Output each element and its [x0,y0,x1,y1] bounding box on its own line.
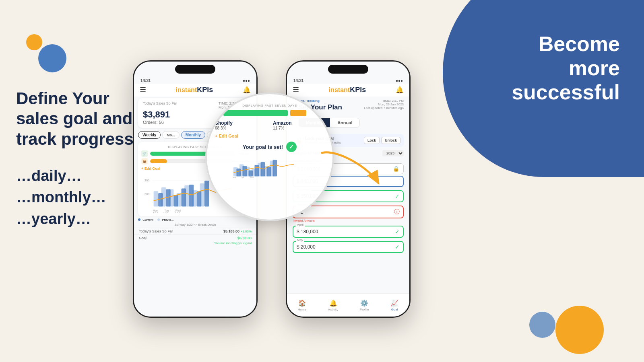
logo-kpis-2: KPIs [350,86,366,94]
profile-icon: ⚙️ [360,299,368,307]
edit-goal-magnified[interactable]: + Edit Goal [215,134,324,138]
svg-rect-37 [267,167,271,177]
lock-buttons: Lock Unlock [364,137,400,144]
legend-previous: Previo... [157,218,174,222]
svg-rect-14 [182,189,186,207]
phone-1-notch [175,65,215,74]
breakdown-label: Sunday 1/22 <> Break Down [134,222,256,228]
lock-btn[interactable]: Lock [364,137,380,144]
april-input[interactable] [297,229,395,234]
status-icons-2: ●●● [396,78,403,83]
svg-text:1/17: 1/17 [163,212,169,213]
nav-goal-label: Goal [391,308,398,311]
app-header-2: ☰ instantKPIs 🔔 [287,84,409,97]
previous-dot [157,218,160,221]
shopify-name-mag: Shopify 68.3% [215,120,233,130]
amazon-bar [150,159,167,163]
march-invalid-text: Invalid Amount [293,218,404,222]
svg-text:1/16: 1/16 [153,212,158,213]
nav-activity[interactable]: 🔔 Activity [328,299,338,311]
bell-icon-1[interactable]: 🔔 [243,86,251,94]
status-bar-1: 14:31 ●●● [134,77,256,84]
amazon-bar-mag-orange [290,110,306,116]
legend-row: Current Previo... [134,218,256,222]
hamburger-icon-2[interactable]: ☰ [293,85,299,94]
yearly-text: …yearly… [16,208,141,230]
shopify-bar [150,152,209,156]
app-logo-1: instantKPIs [176,86,213,94]
february-check: ✓ [395,193,400,200]
nav-home[interactable]: 🏠 Home [298,299,306,311]
may-field: May ✓ [293,241,404,253]
bottom-nav-2: 🏠 Home 🔔 Activity ⚙️ Profile 📈 Goal [287,293,409,317]
amazon-icon: 📦 [141,158,148,165]
logo-instant-1: instant [176,86,197,93]
magnify-mini-chart: Mon Tue Wed [215,155,324,213]
monthly-text: …monthly… [16,187,141,208]
phones-container: 14:31 ●●● ☰ instantKPIs 🔔 Today's Sales … [133,52,495,326]
left-subtext: …daily… …monthly… …yearly… [16,165,141,230]
activity-icon: 🔔 [329,299,337,307]
logo-instant-2: instant [329,86,350,93]
amazon-name-mag: Amazon 11.7% [273,120,292,130]
sales-metric-label: Today's Sales So Far [139,229,173,233]
unlock-btn[interactable]: Unlock [381,137,400,144]
svg-rect-13 [173,195,178,207]
left-text-section: Define Your sales goal and track progres… [16,88,141,230]
shopify-icon: 🛒 [141,150,148,157]
april-input-wrapper: ✓ [293,226,404,238]
goal-updated: Last updated 7 minutes ago [364,106,404,110]
arrow-svg [314,145,386,193]
status-time-2: 14:31 [293,78,304,83]
status-bar-2: 14:31 ●●● [287,77,409,84]
nav-goal[interactable]: 📈 Goal [390,299,398,311]
goal-note: You are meeting your goal [134,241,256,247]
bg-circle-orange [26,34,42,50]
status-time-1: 14:31 [140,78,151,83]
daily-text: …daily… [16,165,141,187]
may-input[interactable] [297,244,395,250]
bg-circle-blue [38,44,66,72]
goal-set-text: Your goal is set! [243,144,283,150]
april-check: ✓ [395,228,400,235]
phone-2-notch [328,65,368,74]
tab-monthly-small[interactable]: Mo... [162,131,180,139]
may-input-wrapper: ✓ [293,241,404,253]
sales-metric-val: $5,165.00 +1.03% [223,229,252,233]
may-check: ✓ [395,244,400,250]
goal-icon: 📈 [390,299,398,307]
svg-rect-34 [249,171,253,177]
nav-profile-label: Profile [360,308,369,311]
goal-set-row: Your goal is set! ✓ [215,142,324,152]
magnify-chart-svg: Mon Tue Wed [215,155,324,179]
svg-rect-35 [255,165,259,177]
goal-val: $5,00.00 [237,236,252,240]
store-name-labels: Shopify 68.3% Amazon 11.7% [215,120,324,130]
bell-icon-2[interactable]: 🔔 [396,86,404,94]
legend-current: Current [138,218,153,222]
nav-home-label: Home [298,308,306,311]
nav-profile[interactable]: ⚙️ Profile [360,299,369,311]
sales-metric-row: Today's Sales So Far $5,165.00 +1.03% [134,228,256,234]
svg-rect-38 [273,160,277,176]
april-field: April ✓ [293,226,404,238]
svg-rect-4 [154,191,158,206]
goal-metric-row: Goal $5,00.00 [134,234,256,241]
goal-header-right: TIME: 2:31 PM Mon, 23 Jan 2023 Last upda… [364,97,404,110]
march-info-icon: ⓘ [394,208,400,216]
app-logo-2: instantKPIs [329,86,366,94]
goal-time: TIME: 2:31 PM [364,99,404,103]
lock-field-icon: 🔒 [393,166,399,172]
logo-kpis-1: KPIs [197,86,213,94]
nav-activity-label: Activity [328,308,338,311]
svg-text:Mon: Mon [233,177,237,179]
tab-weekly[interactable]: Weekly [138,131,161,139]
magnified-shopify-row: 🛒 [215,110,324,116]
tab-monthly-full[interactable]: Monthly [181,131,205,139]
annual-btn[interactable]: Annual [330,118,359,127]
svg-rect-33 [243,166,247,176]
home-icon: 🏠 [298,299,306,307]
svg-rect-32 [237,169,241,177]
hamburger-icon-1[interactable]: ☰ [140,85,146,94]
right-headline: Become more successful [491,32,620,104]
